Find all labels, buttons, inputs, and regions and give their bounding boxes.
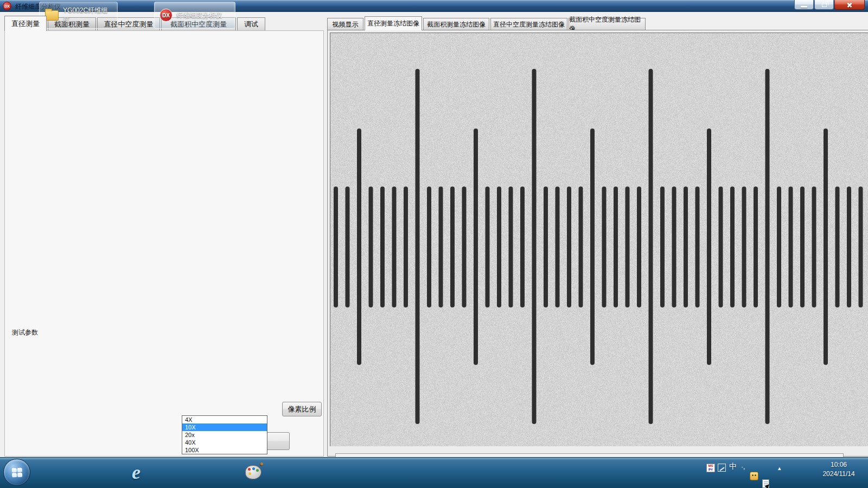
ime-pen-icon[interactable] (718, 464, 726, 472)
taskbar-folder-button[interactable]: YG002C纤维细度... (39, 2, 118, 29)
app-icon: DX (159, 9, 173, 22)
taskbar-app-button[interactable]: DX 纤维细度分析仪 (154, 2, 235, 29)
close-icon (846, 2, 853, 8)
ime-writing-pad-icon[interactable] (762, 479, 769, 488)
ime-emoticon-icon[interactable] (750, 472, 758, 480)
pixel-ratio-button[interactable]: 像素比例 (282, 402, 322, 416)
tab-cross-section-frozen-image[interactable]: 截面积测量冻结图像 (423, 18, 489, 30)
internet-explorer-icon: e (132, 461, 141, 484)
magnification-option-100x[interactable]: 100X (182, 446, 267, 454)
image-hscrollbar[interactable] (335, 453, 844, 457)
taskbar-paint-button[interactable] (239, 459, 268, 486)
tab-video-display[interactable]: 视频显示 (327, 18, 363, 30)
magnification-option-4x[interactable]: 4X (182, 416, 267, 423)
taskbar-app-label: 纤维细度分析仪 (176, 11, 222, 20)
tab-diameter-measure[interactable]: 直径测量 (4, 16, 47, 31)
tray-date: 2024/11/14 (814, 470, 864, 479)
folder-icon (45, 10, 59, 21)
palette-icon (245, 465, 261, 479)
tab-debug[interactable]: 调试 (237, 17, 265, 31)
close-button[interactable] (834, 0, 865, 10)
tray-time: 10:06 (814, 460, 864, 470)
restore-button[interactable] (814, 0, 834, 10)
start-button[interactable] (3, 459, 30, 486)
taskbar-ie-button[interactable]: e (122, 459, 151, 486)
screen: DX 纤维细度分析仪 直径测量 截面积测量 直径中空度测量 截面积中空度测量 调… (0, 0, 868, 488)
magnification-option-10x[interactable]: 10X (182, 423, 267, 431)
tray-clock[interactable]: 10:06 2024/11/14 (814, 460, 864, 479)
tab-diameter-hollowness-frozen-image[interactable]: 直径中空度测量冻结图像 (490, 18, 567, 30)
taskbar-folder-label: YG002C纤维细度... (63, 6, 117, 24)
tab-diameter-frozen-image[interactable]: 直径测量冻结图像 (365, 16, 422, 30)
window-titlebar: DX 纤维细度分析仪 (0, 0, 868, 12)
windows-flag-icon (12, 468, 23, 478)
tab-cross-section-hollowness-frozen-image[interactable]: 截面积中空度测量冻结图像 (569, 18, 646, 30)
app-icon: DX (3, 2, 11, 10)
test-params-title: 测试参数 (10, 328, 40, 337)
left-panel (4, 30, 324, 457)
ime-punctuation-indicator[interactable]: ·, (741, 463, 745, 471)
magnification-option-20x[interactable]: 20x (182, 431, 267, 439)
minimize-icon (801, 6, 807, 8)
magnification-dropdown-list: 4X 10X 20x 40X 100X (182, 415, 267, 454)
ime-language-indicator[interactable]: 中 (729, 462, 737, 472)
minimize-button[interactable] (794, 0, 814, 10)
magnification-option-40x[interactable]: 40X (182, 439, 267, 446)
micrograph-image[interactable] (330, 33, 868, 446)
restore-icon (822, 3, 827, 7)
ime-mspy-icon[interactable]: MS PY (706, 464, 715, 472)
tray-expand-icon[interactable]: ▴ (778, 465, 781, 472)
